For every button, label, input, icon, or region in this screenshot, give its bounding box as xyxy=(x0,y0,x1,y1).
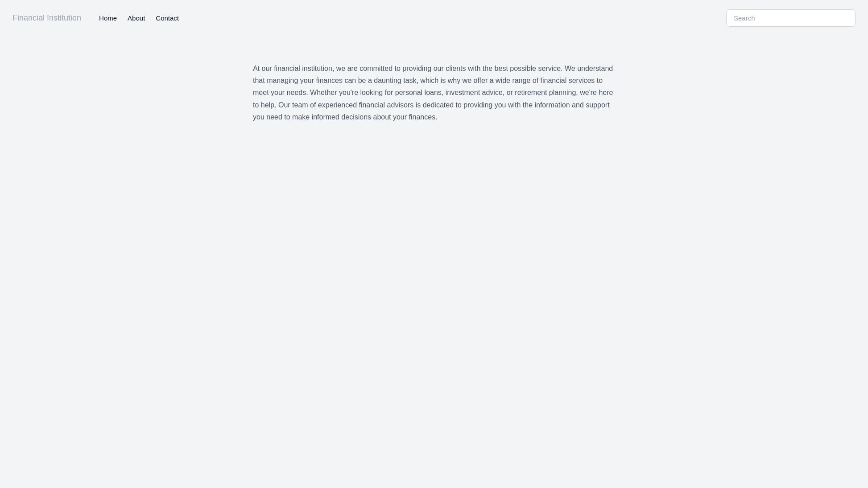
nav-link-contact[interactable]: Contact xyxy=(156,14,179,22)
search-container xyxy=(726,9,856,27)
main-content: At our financial institution, we are com… xyxy=(242,62,626,123)
nav-links: Home About Contact xyxy=(99,14,726,22)
nav-link-home[interactable]: Home xyxy=(99,14,117,22)
nav-link-about[interactable]: About xyxy=(128,14,145,22)
intro-paragraph: At our financial institution, we are com… xyxy=(253,62,615,123)
navbar: Financial Institution Home About Contact xyxy=(0,0,868,36)
brand-name: Financial Institution xyxy=(12,13,81,23)
search-input[interactable] xyxy=(726,9,856,27)
